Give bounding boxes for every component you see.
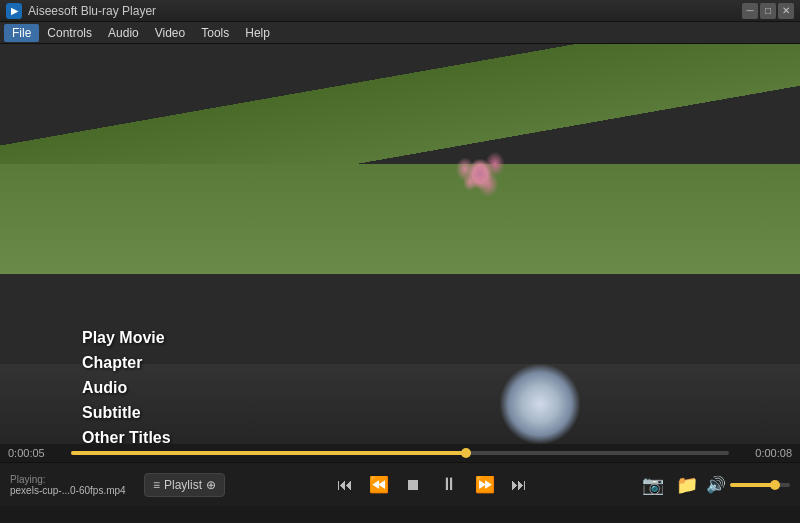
playlist-add-icon: ⊕	[206, 478, 216, 492]
menu-video[interactable]: Video	[147, 24, 193, 42]
skip-back-button[interactable]: ⏮	[330, 470, 360, 500]
progress-fill	[71, 451, 466, 455]
close-button[interactable]: ✕	[778, 3, 794, 19]
overlay-play-movie[interactable]: Play Movie	[82, 329, 165, 347]
volume-area: 🔊	[706, 475, 790, 494]
controls-bar: Playing: pexels-cup-...0-60fps.mp4 ≡ Pla…	[0, 462, 800, 506]
menu-audio[interactable]: Audio	[100, 24, 147, 42]
app-title: Aiseesoft Blu-ray Player	[28, 4, 156, 18]
overlay-audio[interactable]: Audio	[82, 379, 127, 397]
fast-forward-button[interactable]: ⏩	[470, 470, 500, 500]
volume-fill	[730, 483, 775, 487]
rewind-button[interactable]: ⏪	[364, 470, 394, 500]
menu-controls[interactable]: Controls	[39, 24, 100, 42]
window-controls: ─ □ ✕	[742, 3, 794, 19]
menu-file[interactable]: File	[4, 24, 39, 42]
minimize-button[interactable]: ─	[742, 3, 758, 19]
menu-help[interactable]: Help	[237, 24, 278, 42]
overlay-subtitle[interactable]: Subtitle	[82, 404, 141, 422]
playing-label: Playing:	[10, 474, 140, 485]
snapshot-button[interactable]: 📷	[638, 470, 668, 500]
playlist-lines-icon: ≡	[153, 478, 160, 492]
app-icon: ▶	[6, 3, 22, 19]
time-total: 0:00:08	[737, 447, 792, 459]
playlist-label: Playlist	[164, 478, 202, 492]
volume-handle[interactable]	[770, 480, 780, 490]
time-elapsed: 0:00:05	[8, 447, 63, 459]
playing-info: Playing: pexels-cup-...0-60fps.mp4	[10, 474, 140, 496]
progress-area: 0:00:05 0:00:08	[0, 444, 800, 462]
right-controls: 📷 📁 🔊	[638, 470, 790, 500]
progress-handle[interactable]	[461, 448, 471, 458]
skip-forward-button[interactable]: ⏭	[504, 470, 534, 500]
menu-tools[interactable]: Tools	[193, 24, 237, 42]
volume-track[interactable]	[730, 483, 790, 487]
overlay-other-titles[interactable]: Other Titles	[82, 429, 171, 444]
playing-file: pexels-cup-...0-60fps.mp4	[10, 485, 140, 496]
maximize-button[interactable]: □	[760, 3, 776, 19]
title-bar-left: ▶ Aiseesoft Blu-ray Player	[6, 3, 156, 19]
play-pause-button[interactable]: ⏸	[432, 468, 466, 502]
volume-icon[interactable]: 🔊	[706, 475, 726, 494]
stop-button[interactable]: ⏹	[398, 470, 428, 500]
open-folder-button[interactable]: 📁	[672, 470, 702, 500]
playlist-button[interactable]: ≡ Playlist ⊕	[144, 473, 225, 497]
overlay-chapter[interactable]: Chapter	[82, 354, 142, 372]
video-area: Play Movie Chapter Audio Subtitle Other …	[0, 44, 800, 444]
progress-track[interactable]	[71, 451, 729, 455]
title-bar: ▶ Aiseesoft Blu-ray Player ─ □ ✕	[0, 0, 800, 22]
menu-bar: File Controls Audio Video Tools Help	[0, 22, 800, 44]
